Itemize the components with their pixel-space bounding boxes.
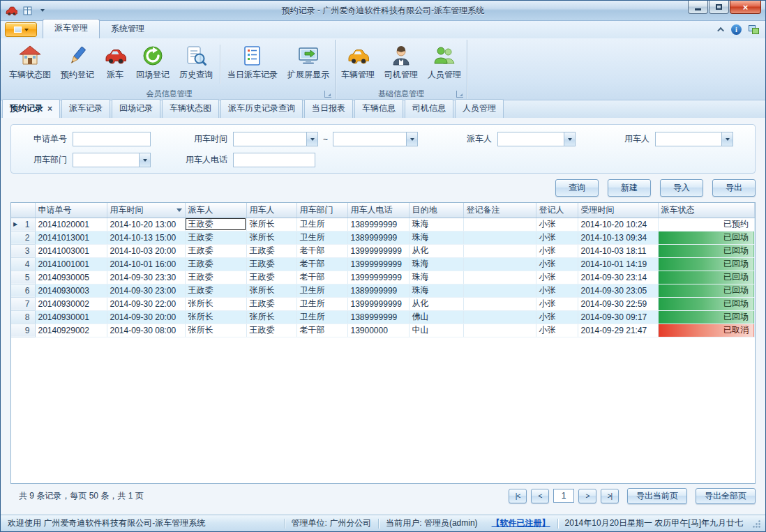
cell-user[interactable]: 张所长 (246, 231, 296, 244)
vehicle-management-button[interactable]: 车辆管理 (336, 41, 380, 82)
status-badge[interactable]: 已回场 (658, 310, 755, 324)
cell-accept_time[interactable]: 2014-10-03 18:11 (578, 244, 658, 257)
cell-use_time[interactable]: 2014-09-30 20:00 (107, 310, 185, 324)
prev-page-button[interactable]: < (531, 489, 549, 503)
first-page-button[interactable]: |< (509, 489, 527, 503)
cell-dept[interactable]: 老干部 (296, 324, 347, 337)
cell-order_no[interactable]: 20140930001 (35, 310, 107, 324)
table-row[interactable]: 4201410010012014-10-01 16:00王政委王政委老干部139… (11, 257, 755, 271)
status-badge[interactable]: 已回场 (658, 257, 755, 271)
doc-tab-6[interactable]: 车辆信息 (354, 99, 403, 118)
order-no-input[interactable] (73, 132, 151, 146)
cell-use_time[interactable]: 2014-10-13 15:00 (107, 231, 185, 244)
reservation-register-button[interactable]: 预约登记 (56, 41, 99, 82)
cell-dept[interactable]: 卫生所 (296, 231, 347, 244)
export-all-pages-button[interactable]: 导出全部页 (696, 488, 756, 504)
cell-phone[interactable]: 13999999999 (347, 244, 409, 257)
status-badge[interactable]: 已回场 (658, 284, 755, 297)
maximize-button[interactable] (709, 1, 729, 14)
cell-use_time[interactable]: 2014-10-03 20:00 (107, 244, 185, 257)
close-button[interactable]: × (730, 1, 761, 14)
cell-accept_time[interactable]: 2014-09-30 23:14 (578, 271, 658, 284)
user-combo[interactable] (655, 132, 733, 146)
cell-remark[interactable] (463, 324, 536, 337)
cell-dept[interactable]: 老干部 (296, 244, 347, 257)
doc-tab-2[interactable]: 回场记录 (112, 99, 160, 118)
cell-registrar[interactable]: 小张 (536, 284, 578, 297)
cell-order_no[interactable]: 20141003001 (35, 244, 107, 257)
cell-remark[interactable] (463, 310, 536, 324)
cell-order_no[interactable]: 20140929002 (35, 324, 107, 337)
extended-screen-button[interactable]: 扩展屏显示 (283, 41, 334, 82)
cell-order_no[interactable]: 20140930005 (35, 271, 107, 284)
page-number-input[interactable] (553, 489, 574, 503)
cell-registrar[interactable]: 小张 (536, 271, 578, 284)
status-badge[interactable]: 已预约 (658, 218, 755, 231)
cell-use_time[interactable]: 2014-10-01 16:00 (107, 257, 185, 271)
table-row[interactable]: 2201410130012014-10-13 15:00王政委张所长卫生所138… (11, 231, 755, 244)
row-selector-header[interactable] (11, 203, 35, 218)
chevron-down-icon[interactable] (564, 132, 575, 146)
driver-management-button[interactable]: 司机管理 (380, 41, 423, 82)
column-header-2[interactable]: 用车时间 (107, 203, 185, 218)
cell-dispatcher[interactable]: 张所长 (185, 310, 246, 324)
row-selector[interactable]: 7 (11, 297, 35, 310)
cell-dispatcher[interactable]: 王政委 (185, 284, 246, 297)
dialog-launcher-icon[interactable] (324, 91, 331, 98)
doc-tab-3[interactable]: 车辆状态图 (162, 99, 219, 118)
cell-destination[interactable]: 从化 (409, 244, 463, 257)
doc-tab-0[interactable]: 预约记录× (2, 99, 60, 118)
cell-destination[interactable]: 中山 (409, 324, 463, 337)
cell-dept[interactable]: 老干部 (296, 257, 347, 271)
cell-registrar[interactable]: 小张 (536, 324, 578, 337)
export-button[interactable]: 导出 (712, 179, 756, 197)
registered-link[interactable]: 【软件已注册】 (485, 517, 557, 529)
cell-dispatcher[interactable]: 王政委 (185, 231, 246, 244)
doc-tab-7[interactable]: 司机信息 (405, 99, 453, 118)
cell-registrar[interactable]: 小张 (536, 310, 578, 324)
table-row[interactable]: 8201409300012014-09-30 20:00张所长张所长卫生所138… (11, 310, 755, 324)
cell-dispatcher[interactable]: 张所长 (185, 297, 246, 310)
cell-dispatcher[interactable]: 王政委 (185, 257, 246, 271)
close-icon[interactable]: × (47, 105, 52, 112)
cell-user[interactable]: 王政委 (246, 297, 296, 310)
cell-user[interactable]: 王政委 (246, 244, 296, 257)
column-header-11[interactable]: 派车状态 (658, 203, 755, 218)
cell-remark[interactable] (463, 284, 536, 297)
cell-remark[interactable] (463, 218, 536, 231)
cell-dispatcher[interactable]: 王政委 (185, 218, 246, 231)
cell-registrar[interactable]: 小张 (536, 244, 578, 257)
doc-tab-1[interactable]: 派车记录 (61, 99, 110, 118)
dept-combo[interactable] (73, 153, 151, 167)
cell-dept[interactable]: 老干部 (296, 271, 347, 284)
cell-user[interactable]: 王政委 (246, 257, 296, 271)
use-time-to-combo[interactable] (333, 132, 418, 146)
cell-remark[interactable] (463, 244, 536, 257)
column-header-6[interactable]: 用车人电话 (347, 203, 409, 218)
table-row[interactable]: 6201409300032014-09-30 23:00王政委张所长卫生所138… (11, 284, 755, 297)
cell-destination[interactable]: 佛山 (409, 310, 463, 324)
doc-tab-5[interactable]: 当日报表 (304, 99, 353, 118)
chevron-down-icon[interactable] (721, 132, 733, 146)
return-register-button[interactable]: 回场登记 (131, 41, 174, 82)
cell-phone[interactable]: 13999999999 (347, 257, 409, 271)
cell-phone[interactable]: 1389999999 (347, 231, 409, 244)
cell-destination[interactable]: 珠海 (409, 271, 463, 284)
dispatcher-combo[interactable] (497, 132, 576, 146)
row-selector[interactable]: 6 (11, 284, 35, 297)
cell-order_no[interactable]: 20141013001 (35, 231, 107, 244)
next-page-button[interactable]: > (578, 489, 596, 503)
cell-dispatcher[interactable]: 王政委 (185, 271, 246, 284)
row-selector[interactable]: ▶1 (11, 218, 35, 231)
status-badge[interactable]: 已回场 (658, 244, 755, 257)
dispatch-button[interactable]: 派车 (99, 41, 131, 82)
collapse-ribbon-icon[interactable] (717, 27, 724, 34)
cell-use_time[interactable]: 2014-09-30 08:00 (107, 324, 185, 337)
cell-order_no[interactable]: 20141001001 (35, 257, 107, 271)
cell-accept_time[interactable]: 2014-09-30 23:05 (578, 284, 658, 297)
column-filter-arrow-icon[interactable] (177, 208, 182, 212)
cell-registrar[interactable]: 小张 (536, 297, 578, 310)
cell-remark[interactable] (463, 297, 536, 310)
cell-remark[interactable] (463, 271, 536, 284)
cell-accept_time[interactable]: 2014-09-29 21:47 (578, 324, 658, 337)
